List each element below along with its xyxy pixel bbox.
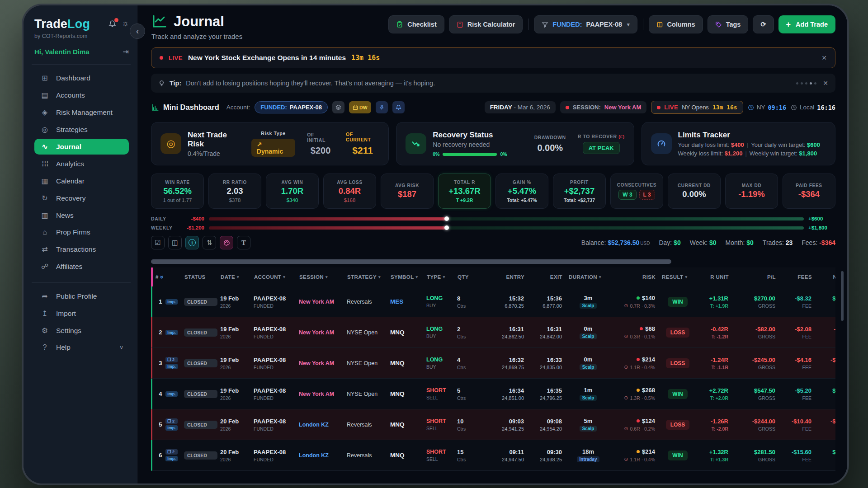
- ny-clock: NY 09:16: [748, 104, 786, 111]
- sidebar-item[interactable]: ↻ Recovery: [34, 190, 129, 206]
- col-risk[interactable]: RISK: [609, 274, 659, 280]
- col-result[interactable]: RESULT▾: [659, 274, 694, 280]
- sidebar-item[interactable]: ☷ Analytics: [34, 156, 129, 172]
- sidebar-item[interactable]: ⇄ Transactions: [34, 241, 129, 257]
- sidebar-item[interactable]: ◈ Risk Management: [34, 104, 129, 120]
- risk-calculator-button[interactable]: Risk Calculator: [449, 15, 523, 33]
- vertical-scrollbar[interactable]: [841, 271, 844, 321]
- alerts-bell-button[interactable]: [392, 101, 405, 113]
- trade-account: PAAPEX-08: [254, 418, 296, 425]
- clipboard-check-icon: [396, 21, 403, 28]
- nav-item-label: Dashboard: [56, 74, 90, 82]
- table-row[interactable]: 5 ❐ 2 Imp. CLOSED 20 Feb2026 PAAPEX-08FU…: [151, 409, 835, 440]
- refresh-button[interactable]: ⟳: [753, 15, 774, 33]
- col-date[interactable]: DATE▾: [218, 274, 251, 280]
- calculator-icon: [457, 21, 463, 28]
- account-pill[interactable]: FUNDED: PAAPEX-08: [255, 101, 328, 113]
- weekly-bar-track[interactable]: [209, 226, 804, 230]
- tags-button[interactable]: Tags: [708, 15, 749, 33]
- checklist-button[interactable]: Checklist: [388, 15, 444, 33]
- add-trade-button[interactable]: + Add Trade: [778, 15, 835, 33]
- sidebar-collapse-button[interactable]: ‹: [130, 23, 145, 39]
- r-target: T: -1.1R: [712, 365, 728, 370]
- col-r-unit[interactable]: R UNIT: [694, 274, 732, 280]
- select-rows-button[interactable]: ☑: [151, 236, 165, 249]
- account-filter-dropdown[interactable]: FUNDED: PAAPEX-08 ▾: [534, 15, 637, 33]
- notifications-bell-icon[interactable]: [108, 20, 116, 28]
- limits-tracker-card: Limits Tracker Your daily loss limit: $4…: [642, 122, 835, 165]
- layout-view-button[interactable]: ◫: [168, 236, 182, 249]
- daily-bar-track[interactable]: [209, 217, 804, 221]
- col-status[interactable]: STATUS: [182, 274, 218, 280]
- theme-toggle-sun-icon[interactable]: ☼: [122, 19, 129, 28]
- sidebar-item[interactable]: ▤ Accounts: [34, 87, 129, 103]
- balance-value: $52,736.50: [608, 239, 639, 246]
- risk-dot: [637, 296, 640, 300]
- r-target: T: -2.0R: [712, 426, 728, 432]
- pin-button[interactable]: [376, 101, 388, 113]
- col-session[interactable]: SESSION▾: [297, 274, 344, 280]
- sidebar-item[interactable]: ⚙ Settings: [34, 323, 129, 338]
- info-toggle-button[interactable]: i: [185, 236, 199, 249]
- funnel-icon: [542, 21, 548, 28]
- tip-pagination-dots[interactable]: [796, 82, 816, 84]
- sidebar-item[interactable]: ∿ Journal: [34, 139, 129, 155]
- risk-info-icon: ⊙: [624, 333, 628, 339]
- entry-time: 15:32: [509, 295, 524, 302]
- col-entry[interactable]: ENTRY: [481, 274, 528, 280]
- daily-bar-thumb[interactable]: [444, 216, 449, 221]
- col-symbol[interactable]: SYMBOL▾: [388, 274, 424, 280]
- layers-button[interactable]: [332, 101, 344, 113]
- sidebar-item[interactable]: ▦ Calendar: [34, 173, 129, 189]
- col-strategy[interactable]: STRATEGY▾: [344, 274, 388, 280]
- col-qty[interactable]: QTY: [455, 274, 481, 280]
- col-fees[interactable]: FEES: [779, 274, 816, 280]
- stat-win-rate: WIN RATE56.52%1 out of 1.77: [151, 174, 204, 209]
- horizontal-scrollbar[interactable]: [151, 259, 671, 264]
- calendar-dw-button[interactable]: DW: [349, 101, 371, 113]
- gross-pl: -$82.00: [755, 326, 775, 333]
- table-row[interactable]: 3 ❐ 2 Imp. CLOSED 19 Feb2026 PAAPEX-08FU…: [151, 348, 835, 379]
- sidebar-item[interactable]: ? Help ∨: [34, 340, 129, 355]
- col-account[interactable]: ACCOUNT▾: [251, 274, 297, 280]
- close-icon[interactable]: ✕: [823, 80, 828, 87]
- col-type[interactable]: TYPE▾: [424, 274, 455, 280]
- close-icon[interactable]: ✕: [821, 54, 827, 61]
- col-number[interactable]: # »: [153, 274, 182, 281]
- table-row[interactable]: 2 Imp. CLOSED 19 Feb2026 PAAPEX-08FUNDED…: [151, 317, 835, 348]
- logout-icon[interactable]: ⇥: [123, 47, 129, 56]
- sidebar-item[interactable]: ☍ Affiliates: [34, 258, 129, 274]
- sidebar-item[interactable]: ➦ Public Profile: [34, 288, 129, 304]
- color-palette-button[interactable]: [220, 236, 233, 249]
- col-exit[interactable]: EXIT: [528, 274, 566, 280]
- sidebar-item[interactable]: ↥ Import: [34, 305, 129, 321]
- text-size-button[interactable]: T: [237, 236, 250, 249]
- col-duration[interactable]: DURATION▾: [566, 274, 609, 280]
- sidebar-item[interactable]: ⊞ Dashboard: [34, 70, 129, 86]
- sidebar-item[interactable]: ⌂ Prop Firms: [34, 225, 129, 240]
- refresh-icon: ⟳: [760, 21, 766, 28]
- sidebar-item[interactable]: ◎ Strategies: [34, 122, 129, 137]
- r-unit: +1.32R: [709, 449, 728, 455]
- double-chevron-icon[interactable]: »: [159, 275, 165, 279]
- imported-badge: Imp.: [165, 299, 178, 305]
- sidebar-item[interactable]: ▥ News: [34, 207, 129, 223]
- trade-session: New York AM: [299, 391, 344, 397]
- weekly-bar-thumb[interactable]: [444, 225, 449, 230]
- col-net-pl[interactable]: NET P/: [816, 274, 835, 280]
- table-row[interactable]: 6 ❐ 2 Imp. CLOSED 20 Feb2026 PAAPEX-08FU…: [151, 440, 835, 471]
- col-pl[interactable]: P/L: [732, 274, 779, 280]
- sort-button[interactable]: ⇅: [203, 236, 216, 249]
- divider: [32, 64, 131, 65]
- nav-item-icon: ◎: [40, 125, 50, 134]
- entry-time: 09:03: [509, 418, 524, 425]
- nav-item-icon: ⚙: [40, 326, 50, 335]
- trade-session: New York AM: [299, 299, 344, 305]
- table-row[interactable]: 4 Imp. CLOSED 19 Feb2026 PAAPEX-08FUNDED…: [151, 379, 835, 409]
- columns-button[interactable]: Columns: [649, 15, 703, 33]
- ny-opens-countdown: 13m 16s: [712, 104, 737, 111]
- table-row[interactable]: 1 Imp. CLOSED 19 Feb2026 PAAPEX-08FUNDED…: [151, 286, 835, 317]
- exit-time: 15:36: [547, 295, 562, 302]
- risk-info-icon: ⊙: [624, 395, 628, 401]
- risk-type-badge[interactable]: ↗ Dynamic: [251, 139, 295, 157]
